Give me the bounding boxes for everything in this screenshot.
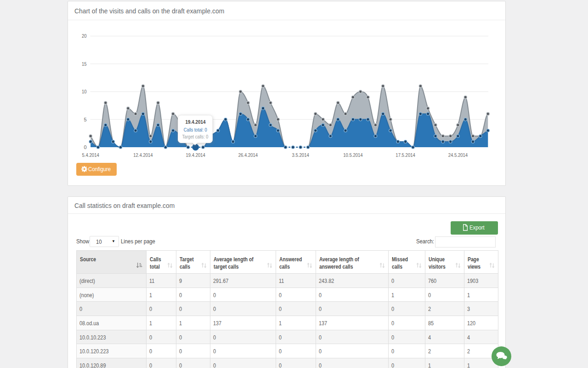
svg-text:3.5.2014: 3.5.2014 <box>292 152 309 158</box>
svg-text:0: 0 <box>84 144 86 150</box>
svg-text:15: 15 <box>82 61 87 67</box>
svg-text:5: 5 <box>84 117 86 122</box>
svg-text:10.5.2014: 10.5.2014 <box>343 152 363 158</box>
svg-text:12.4.2014: 12.4.2014 <box>133 152 153 158</box>
svg-text:24.5.2014: 24.5.2014 <box>448 152 468 158</box>
svg-text:17.5.2014: 17.5.2014 <box>396 152 415 158</box>
svg-text:10: 10 <box>82 89 87 94</box>
svg-text:20: 20 <box>82 33 87 39</box>
svg-text:19.4.2014: 19.4.2014 <box>186 152 205 158</box>
svg-text:26.4.2014: 26.4.2014 <box>238 152 258 158</box>
svg-text:5.4.2014: 5.4.2014 <box>82 152 99 158</box>
